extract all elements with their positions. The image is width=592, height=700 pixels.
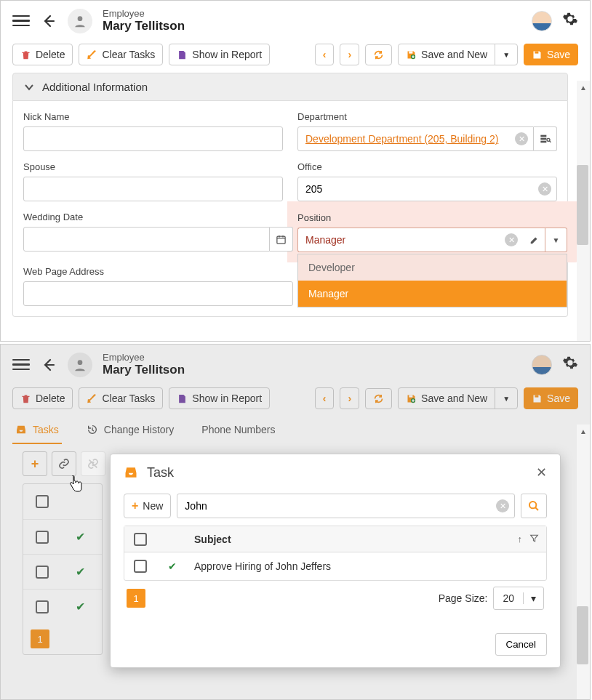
table-row[interactable]: ✔ bbox=[23, 554, 102, 589]
page-size-select[interactable]: 20 ▾ bbox=[493, 587, 544, 610]
nickname-input[interactable] bbox=[23, 126, 283, 151]
back-button[interactable] bbox=[40, 356, 57, 374]
spouse-input[interactable] bbox=[23, 177, 283, 201]
edit-icon[interactable] bbox=[524, 228, 545, 252]
row-checkbox[interactable] bbox=[36, 566, 49, 579]
entity-icon bbox=[68, 9, 92, 33]
department-label: Department bbox=[297, 111, 557, 122]
check-icon: ✔ bbox=[61, 565, 99, 579]
header-title: Employee Mary Tellitson bbox=[103, 8, 521, 33]
clear-icon[interactable]: ✕ bbox=[505, 233, 518, 246]
position-label: Position bbox=[297, 212, 331, 223]
wedding-date-input[interactable] bbox=[23, 227, 270, 252]
lookup-button[interactable] bbox=[534, 126, 557, 151]
table-row[interactable]: ✔ bbox=[23, 519, 102, 554]
save-button[interactable]: Save bbox=[524, 387, 578, 409]
search-button[interactable] bbox=[521, 494, 547, 518]
save-and-new-button[interactable]: Save and New bbox=[398, 44, 495, 65]
svg-rect-6 bbox=[541, 141, 546, 142]
next-button[interactable]: › bbox=[340, 44, 359, 65]
dropdown-option-developer[interactable]: Developer bbox=[298, 254, 567, 281]
department-value[interactable]: Development Department (205, Building 2) bbox=[305, 133, 498, 145]
prev-button[interactable]: ‹ bbox=[315, 387, 335, 409]
tab-change-history[interactable]: Change History bbox=[84, 417, 177, 443]
sort-icon[interactable]: ↑ bbox=[518, 534, 523, 544]
scroll-up-icon[interactable]: ▲ bbox=[577, 81, 590, 94]
app-header: Employee Mary Tellitson bbox=[1, 1, 590, 41]
spouse-label: Spouse bbox=[23, 161, 283, 172]
next-button[interactable]: › bbox=[340, 387, 359, 409]
refresh-button[interactable] bbox=[365, 388, 392, 409]
position-input[interactable] bbox=[297, 228, 524, 252]
nickname-label: Nick Name bbox=[23, 111, 283, 122]
dropdown-option-manager[interactable]: Manager bbox=[298, 281, 567, 307]
save-new-dropdown[interactable]: ▼ bbox=[495, 44, 518, 65]
close-icon[interactable]: ✕ bbox=[536, 464, 547, 480]
scrollbar-thumb[interactable] bbox=[577, 165, 588, 245]
clear-icon[interactable]: ✕ bbox=[538, 182, 551, 196]
new-button[interactable]: + New bbox=[124, 494, 171, 518]
svg-point-9 bbox=[78, 360, 83, 365]
menu-icon[interactable] bbox=[12, 12, 30, 30]
office-input[interactable] bbox=[297, 177, 557, 201]
show-report-button[interactable]: Show in Report bbox=[169, 44, 270, 65]
tab-phone-numbers[interactable]: Phone Numbers bbox=[199, 417, 278, 443]
show-report-button[interactable]: Show in Report bbox=[169, 387, 270, 409]
user-avatar[interactable] bbox=[532, 11, 552, 31]
table-row[interactable]: ✔ bbox=[23, 589, 102, 624]
cancel-button[interactable]: Cancel bbox=[495, 633, 548, 656]
filter-icon[interactable] bbox=[529, 534, 539, 543]
tab-tasks[interactable]: Tasks bbox=[12, 417, 62, 444]
add-button[interactable]: + bbox=[23, 451, 47, 476]
chevron-down-icon: ▾ bbox=[523, 592, 543, 604]
scrollbar[interactable]: ▲ bbox=[577, 425, 590, 699]
webpage-label: Web Page Address bbox=[23, 266, 293, 277]
select-all-checkbox[interactable] bbox=[134, 533, 147, 546]
delete-button[interactable]: Delete bbox=[12, 387, 73, 409]
delete-button[interactable]: Delete bbox=[12, 44, 73, 65]
header-title: Employee Mary Tellitson bbox=[103, 352, 521, 377]
current-page[interactable]: 1 bbox=[127, 589, 145, 608]
webpage-input[interactable] bbox=[23, 281, 293, 306]
scroll-up-icon[interactable]: ▲ bbox=[577, 425, 590, 438]
grid-header: Subject ↑ bbox=[124, 526, 546, 552]
current-page[interactable]: 1 bbox=[31, 629, 49, 648]
search-input[interactable] bbox=[177, 494, 515, 518]
svg-point-0 bbox=[78, 16, 83, 21]
calendar-button[interactable] bbox=[270, 227, 293, 252]
section-header[interactable]: Additional Information bbox=[12, 73, 568, 101]
prev-button[interactable]: ‹ bbox=[315, 44, 335, 65]
clear-tasks-button[interactable]: Clear Tasks bbox=[79, 387, 163, 409]
scrollbar[interactable]: ▲ bbox=[577, 81, 590, 341]
settings-icon[interactable] bbox=[562, 355, 578, 374]
scrollbar-thumb[interactable] bbox=[577, 606, 588, 664]
show-report-label: Show in Report bbox=[192, 49, 262, 60]
save-new-dropdown[interactable]: ▼ bbox=[495, 387, 518, 409]
col-subject-header[interactable]: Subject bbox=[188, 534, 503, 545]
row-subject: Approve Hiring of John Jeffers bbox=[188, 560, 546, 572]
action-toolbar: Delete Clear Tasks Show in Report ‹ › Sa… bbox=[1, 385, 590, 417]
action-toolbar: Delete Clear Tasks Show in Report ‹ › Sa… bbox=[1, 41, 590, 73]
row-checkbox[interactable] bbox=[36, 600, 49, 613]
link-button[interactable] bbox=[52, 451, 76, 476]
user-avatar[interactable] bbox=[532, 355, 552, 375]
save-and-new-button[interactable]: Save and New bbox=[398, 387, 495, 409]
clear-tasks-button[interactable]: Clear Tasks bbox=[79, 44, 163, 65]
settings-icon[interactable] bbox=[562, 11, 578, 31]
refresh-button[interactable] bbox=[365, 44, 392, 65]
row-checkbox[interactable] bbox=[134, 560, 147, 573]
row-checkbox[interactable] bbox=[36, 531, 49, 544]
select-all-checkbox[interactable] bbox=[36, 495, 49, 508]
app-header: Employee Mary Tellitson bbox=[1, 345, 590, 385]
dropdown-toggle[interactable]: ▼ bbox=[545, 228, 567, 252]
svg-rect-4 bbox=[541, 135, 546, 136]
menu-icon[interactable] bbox=[12, 356, 30, 374]
department-field[interactable]: Development Department (205, Building 2) bbox=[297, 126, 534, 151]
table-row[interactable]: ✔ Approve Hiring of John Jeffers bbox=[124, 552, 546, 580]
back-button[interactable] bbox=[40, 12, 57, 30]
svg-rect-5 bbox=[541, 138, 546, 139]
ok-button[interactable]: OK bbox=[455, 633, 489, 656]
save-button[interactable]: Save bbox=[524, 44, 578, 65]
clear-icon[interactable]: ✕ bbox=[496, 499, 509, 512]
clear-icon[interactable]: ✕ bbox=[515, 132, 528, 145]
